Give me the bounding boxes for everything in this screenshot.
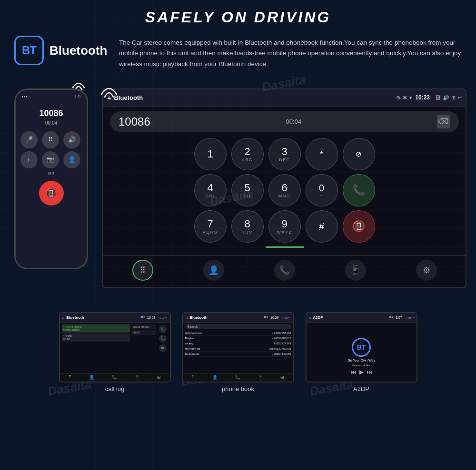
pb-entry-3: rockey 13823724343: [185, 341, 291, 346]
bt-label: Bluetooth: [50, 43, 107, 58]
tb2[interactable]: 👤: [89, 375, 94, 380]
dial-key-star[interactable]: *: [306, 138, 338, 170]
dialpad-row-3: 7 PQRS 8 TUV 9 WXYZ # 📵: [110, 210, 459, 243]
dial-key-symbol[interactable]: ⊘: [343, 138, 375, 170]
phone-controls-grid: 🎤 ⠿ 🔊 ＋ 📷 👤: [20, 131, 82, 168]
prev-icon[interactable]: ⏮: [351, 369, 357, 375]
thumbnail-call-log: ⌂ Bluetooth ✱▾ 10:53 □ ⊞ ↩ 13800138000 3…: [59, 312, 171, 392]
pbtb2[interactable]: 👤: [212, 375, 218, 380]
calllog-btn-3[interactable]: ⊕: [159, 344, 167, 352]
photo-icon: 🖼: [436, 95, 441, 101]
dialpad-row-1: 1 2 ABC 3 DEF * ⊘: [110, 138, 459, 170]
phonebook-statusbar: ⌂ Bluetooth ✱▾ 10:26 □ ⊞ ↩: [183, 313, 293, 323]
calllog-cols: 13800138000 38001 38000 10086 00:06 3800…: [62, 324, 168, 380]
pb-entry-2: Risyha +96058986662: [185, 336, 291, 341]
dial-key-1[interactable]: 1: [194, 138, 227, 170]
car-backspace-btn[interactable]: ⌫: [437, 115, 450, 128]
a2dp-time: 3:07: [396, 316, 402, 319]
pb-time: 10:26: [270, 316, 279, 319]
bt-status-icon: ✱: [403, 95, 407, 101]
top-section: BT Bluetooth The Car stereo comes equipp…: [0, 31, 476, 74]
car-contacts-icon[interactable]: 👤: [203, 260, 224, 281]
dial-key-0[interactable]: 0 +: [306, 174, 338, 206]
car-screen-title: Bluetooth: [114, 94, 393, 101]
play-icon[interactable]: ▶: [359, 369, 364, 375]
tb1[interactable]: ⠿: [69, 375, 72, 380]
progress-bar: [266, 246, 304, 248]
phone-keypad-btn[interactable]: ⠿: [42, 131, 59, 148]
dial-key-5[interactable]: 5 JKL: [231, 174, 264, 206]
pbtb5[interactable]: ⊞: [280, 375, 284, 380]
car-status-icons: ⊕ ✱ ▾: [396, 95, 412, 101]
calllog-btn-2[interactable]: 📞: [159, 335, 167, 343]
phone-contacts-btn[interactable]: 👤: [63, 151, 80, 168]
pb-search[interactable]: Search: [185, 324, 291, 329]
dial-call-btn[interactable]: 📞: [343, 174, 375, 206]
a2dp-home: ⌂: [309, 315, 311, 320]
pbtb1[interactable]: ⠿: [192, 375, 195, 380]
phone-status-bar: ●●●○○ 9:41: [19, 94, 84, 99]
calllog-btn-1[interactable]: 📞: [159, 325, 167, 333]
car-dialpad-icon[interactable]: ⠿: [132, 260, 153, 281]
next-icon[interactable]: ⏭: [367, 369, 372, 375]
car-settings-icon[interactable]: ⚙: [416, 260, 437, 281]
phone-call-duration: 00:04: [45, 120, 57, 126]
phone-speaker-btn[interactable]: 🔊: [63, 131, 80, 148]
dial-key-4[interactable]: 4 GHI: [194, 174, 227, 206]
tb3[interactable]: 📞: [112, 375, 117, 380]
phone-screen: ●●●○○ 9:41 10086 00:04 🎤 ⠿ 🔊 ＋ 📷 👤 静音: [16, 90, 87, 268]
screen-icon: ⊞: [451, 95, 456, 101]
dial-key-3[interactable]: 3 DEF: [268, 138, 301, 170]
phone-add-btn[interactable]: ＋: [20, 151, 38, 168]
wifi-status-icon: ▾: [409, 95, 412, 101]
dial-key-6[interactable]: 6 MNO: [268, 174, 301, 206]
car-dialed-number: 10086: [119, 115, 150, 128]
dial-key-hash[interactable]: #: [306, 210, 338, 243]
vol-icon: 🔊: [443, 95, 449, 101]
car-status-bar: ⌂ Bluetooth ⊕ ✱ ▾ 10:23 🖼 🔊 ⊞ ↩: [103, 89, 466, 107]
calllog-row-active: 13800138000 38001 38000: [62, 324, 130, 333]
calllog-home: ⌂: [62, 315, 65, 320]
thumbnail-a2dp: ⌂ A2DP ✱▾ 3:07 □ ⊞ ↩ BT Go Your Own Way …: [306, 312, 417, 392]
a2dp-artist-name: Fleetwood Mac: [352, 364, 371, 367]
a2dp-playback-controls: ⏮ ▶ ⏭: [351, 369, 372, 375]
phone-time-display: 9:41: [74, 95, 81, 98]
pb-title: Bluetooth: [189, 315, 262, 320]
dial-key-7[interactable]: 7 PQRS: [194, 210, 227, 243]
calllog-extra: □ ⊞ ↩: [159, 316, 168, 319]
car-number-display: 10086 00:04 ⌫: [110, 111, 459, 132]
pb-name-4: roumboh mr: [185, 347, 200, 350]
car-phone-icon[interactable]: 📞: [274, 260, 295, 281]
dial-key-9[interactable]: 9 WXYZ: [268, 210, 301, 243]
phone-label1: 静音: [48, 171, 55, 176]
pb-entry-5: Ru Daniels +79264440959: [185, 352, 291, 357]
pbtb4[interactable]: 📱: [258, 375, 263, 380]
car-mobile-icon[interactable]: 📱: [345, 260, 366, 281]
tb5[interactable]: ⊞: [157, 375, 161, 380]
tb4[interactable]: 📱: [135, 375, 140, 380]
phone-end-call-btn[interactable]: 📵: [39, 181, 64, 206]
phonebook-screen: ⌂ Bluetooth ✱▾ 10:26 □ ⊞ ↩ Search redpow…: [182, 312, 294, 382]
back-icon[interactable]: ↩: [457, 95, 462, 101]
dial-key-8[interactable]: 8 TUV: [231, 210, 264, 243]
dial-endcall-btn[interactable]: 📵: [343, 210, 375, 243]
calllog-time: 10:53: [147, 316, 156, 319]
a2dp-bt-circle: BT: [352, 338, 371, 357]
a2dp-screen: ⌂ A2DP ✱▾ 3:07 □ ⊞ ↩ BT Go Your Own Way …: [306, 312, 417, 382]
pb-num-1: +74097558468: [272, 332, 291, 334]
thumbnail-phonebook: ⌂ Bluetooth ✱▾ 10:26 □ ⊞ ↩ Search redpow…: [182, 312, 294, 392]
phone-mute-btn[interactable]: 🎤: [20, 131, 38, 148]
pb-home: ⌂: [186, 315, 188, 320]
pb-num-3: 13823724343: [274, 342, 291, 345]
pbtb3[interactable]: 📞: [235, 375, 240, 380]
calllog-row-2: 10086 00:06: [62, 333, 130, 342]
pb-extra: □ ⊞ ↩: [283, 316, 291, 319]
dial-key-2[interactable]: 2 ABC: [231, 138, 264, 170]
phone-facetime-btn[interactable]: 📷: [42, 151, 59, 168]
phone-body: ●●●○○ 9:41 10086 00:04 🎤 ⠿ 🔊 ＋ 📷 👤 静音: [14, 88, 88, 269]
calllog-main: 13800138000 38001 38000 10086 00:06: [62, 324, 130, 380]
dialpad-row-2: 4 GHI 5 JKL 6 MNO 0 + 📞: [110, 174, 459, 206]
pb-name-3: rockey: [185, 342, 194, 345]
car-call-duration: 00:04: [286, 118, 302, 125]
calllog-title: Bluetooth: [66, 315, 139, 320]
